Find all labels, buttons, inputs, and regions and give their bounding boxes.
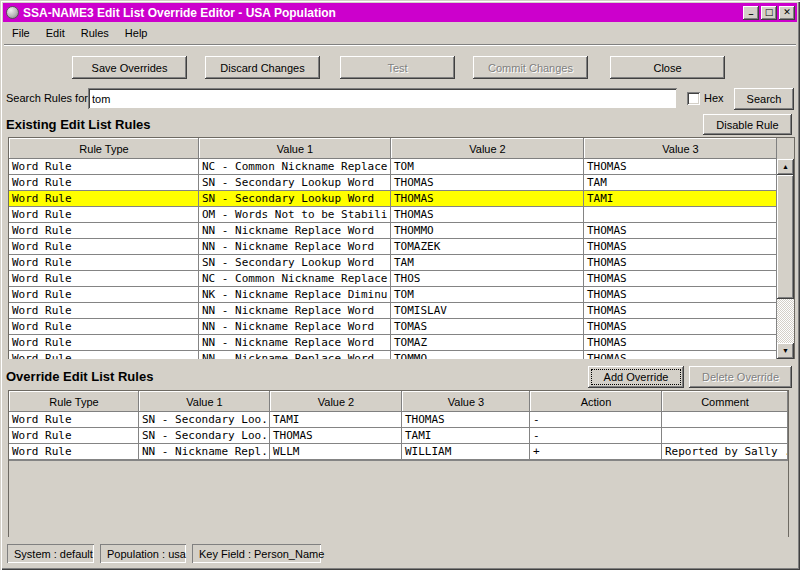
scrollbar-thumb[interactable]	[777, 175, 794, 299]
cell-value2: THOMAS	[391, 175, 584, 190]
cell-value2: THOMAS	[391, 207, 584, 222]
cell-value3: THOMAS	[584, 271, 777, 286]
table-row[interactable]: Word RuleSN - Secondary Loo...TAMITHOMAS…	[9, 412, 788, 428]
table-row[interactable]: Word RuleNN - Nickname Replace WordTOMIS…	[9, 303, 777, 319]
menu-item-help[interactable]: Help	[117, 25, 156, 42]
minimize-icon[interactable]: _	[743, 6, 759, 20]
close-button[interactable]: Close	[610, 56, 725, 79]
cell-value2: TOMAZ	[391, 335, 584, 350]
cell-rule_type: Word Rule	[9, 335, 199, 350]
cell-value2: TOMAS	[391, 319, 584, 334]
table-row[interactable]: Word RuleSN - Secondary Loo...THOMASTAMI…	[9, 428, 788, 444]
column-header-value2[interactable]: Value 2	[391, 138, 584, 159]
cell-value1: SN - Secondary Loo...	[139, 412, 270, 427]
cell-value2: WLLM	[270, 444, 402, 459]
cell-value3: TAM	[584, 175, 777, 190]
cell-value2: THOS	[391, 271, 584, 286]
cell-value3: TAMI	[584, 191, 777, 206]
hex-checkbox[interactable]	[687, 92, 700, 105]
override-rules-title: Override Edit List Rules	[6, 369, 153, 384]
column-header-value1[interactable]: Value 1	[139, 391, 270, 412]
cell-rule_type: Word Rule	[9, 223, 199, 238]
cell-value3: WILLIAM	[402, 444, 530, 459]
cell-value1: NC - Common Nickname Replace...	[199, 271, 391, 286]
table-row[interactable]: Word RuleNK - Nickname Replace Diminu...…	[9, 287, 777, 303]
menu-item-edit[interactable]: Edit	[38, 25, 73, 42]
table-row[interactable]: Word RuleNN - Nickname Replace WordTOMAS…	[9, 319, 777, 335]
cell-rule_type: Word Rule	[9, 444, 139, 459]
close-icon[interactable]: ✕	[779, 6, 795, 20]
status-population: Population : usa	[100, 544, 186, 563]
scroll-up-icon[interactable]: ▲	[777, 159, 794, 175]
cell-value1: NK - Nickname Replace Diminu...	[199, 287, 391, 302]
column-header-rule-type[interactable]: Rule Type	[9, 138, 199, 159]
cell-value3: THOMAS	[584, 223, 777, 238]
cell-value1: SN - Secondary Loo...	[139, 428, 270, 443]
app-icon	[6, 6, 19, 19]
cell-rule_type: Word Rule	[9, 159, 199, 174]
cell-value1: NN - Nickname Replace Word	[199, 223, 391, 238]
column-header-value3[interactable]: Value 3	[584, 138, 777, 159]
vertical-scrollbar[interactable]: ▲ ▼	[777, 159, 794, 359]
existing-table-body: Word RuleNC - Common Nickname Replace...…	[9, 159, 777, 359]
column-header-value1[interactable]: Value 1	[199, 138, 391, 159]
disable-rule-button[interactable]: Disable Rule	[703, 114, 792, 135]
maximize-icon[interactable]: □	[761, 6, 777, 20]
scroll-down-icon[interactable]: ▼	[777, 343, 794, 359]
cell-rule_type: Word Rule	[9, 255, 199, 270]
cell-value1: NN - Nickname Repl...	[139, 444, 270, 459]
search-button[interactable]: Search	[734, 88, 794, 110]
cell-rule_type: Word Rule	[9, 287, 199, 302]
cell-value3: THOMAS	[584, 159, 777, 174]
cell-action: -	[530, 412, 662, 427]
commit-changes-button: Commit Changes	[473, 56, 588, 79]
table-row[interactable]: Word RuleSN - Secondary Lookup WordTHOMA…	[9, 191, 777, 207]
override-rules-table: Rule Type Value 1 Value 2 Value 3 Action…	[8, 390, 789, 537]
app-window: SSA-NAME3 Edit List Override Editor - US…	[0, 0, 800, 570]
table-row[interactable]: Word RuleNC - Common Nickname Replace...…	[9, 271, 777, 287]
cell-rule_type: Word Rule	[9, 175, 199, 190]
cell-value3: THOMAS	[584, 287, 777, 302]
cell-value1: OM - Words Not to be Stabili...	[199, 207, 391, 222]
cell-value2: TOM	[391, 287, 584, 302]
column-header-value2[interactable]: Value 2	[270, 391, 402, 412]
add-override-button[interactable]: Add Override	[588, 366, 684, 388]
cell-value1: NN - Nickname Replace Word	[199, 303, 391, 318]
search-label: Search Rules for	[6, 92, 88, 104]
column-header-rule-type[interactable]: Rule Type	[9, 391, 139, 412]
discard-changes-button[interactable]: Discard Changes	[205, 56, 320, 79]
table-row[interactable]: Word RuleNN - Nickname Repl...WLLMWILLIA…	[9, 444, 788, 460]
status-system: System : default	[7, 544, 94, 563]
search-input[interactable]	[88, 88, 677, 109]
menu-separator	[4, 44, 796, 46]
cell-value2: TOMAZEK	[391, 239, 584, 254]
menu-item-file[interactable]: File	[4, 25, 38, 42]
cell-comment: Reported by Sally ...	[662, 444, 788, 459]
menu-item-rules[interactable]: Rules	[73, 25, 117, 42]
table-row[interactable]: Word RuleNN - Nickname Replace WordTOMAZ…	[9, 239, 777, 255]
table-row[interactable]: Word RuleNC - Common Nickname Replace...…	[9, 159, 777, 175]
cell-rule_type: Word Rule	[9, 191, 199, 206]
cell-value1: NC - Common Nickname Replace...	[199, 159, 391, 174]
cell-value2: TAMI	[270, 412, 402, 427]
column-header-value3[interactable]: Value 3	[402, 391, 530, 412]
cell-action: +	[530, 444, 662, 459]
column-header-comment[interactable]: Comment	[662, 391, 788, 412]
cell-value3: THOMAS	[584, 303, 777, 318]
table-row[interactable]: Word RuleNN - Nickname Replace WordTHOMM…	[9, 223, 777, 239]
cell-rule_type: Word Rule	[9, 351, 199, 359]
table-row[interactable]: Word RuleNN - Nickname Replace WordTOMMO…	[9, 351, 777, 359]
existing-rules-title: Existing Edit List Rules	[6, 117, 150, 132]
table-row[interactable]: Word RuleNN - Nickname Replace WordTOMAZ…	[9, 335, 777, 351]
override-table-header: Rule Type Value 1 Value 2 Value 3 Action…	[9, 391, 788, 412]
cell-action: -	[530, 428, 662, 443]
save-overrides-button[interactable]: Save Overrides	[72, 56, 187, 79]
cell-value2: TOM	[391, 159, 584, 174]
table-row[interactable]: Word RuleOM - Words Not to be Stabili...…	[9, 207, 777, 223]
table-row[interactable]: Word RuleSN - Secondary Lookup WordTHOMA…	[9, 175, 777, 191]
existing-rules-table: Rule Type Value 1 Value 2 Value 3 Word R…	[8, 137, 795, 359]
column-header-action[interactable]: Action	[530, 391, 662, 412]
cell-value2: TAM	[391, 255, 584, 270]
cell-rule_type: Word Rule	[9, 271, 199, 286]
table-row[interactable]: Word RuleSN - Secondary Lookup WordTAMTH…	[9, 255, 777, 271]
